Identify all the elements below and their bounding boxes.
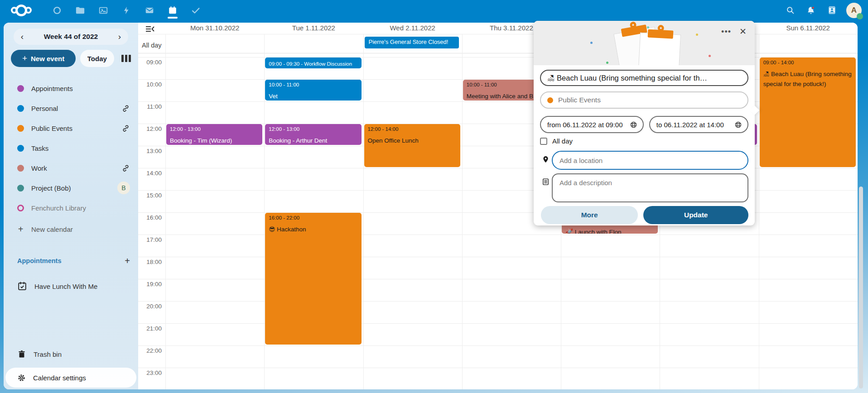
contacts-icon[interactable] — [823, 0, 841, 20]
sidebar-item-tasks[interactable]: Tasks — [4, 138, 138, 158]
app-files-icon[interactable] — [71, 0, 89, 20]
sidebar: ‹ Week 44 of 2022 › +New event Today App… — [4, 23, 138, 389]
appointment-label: Have Lunch With Me — [34, 283, 97, 290]
calendar-event[interactable]: 10:00 - 11:00Vet — [265, 80, 361, 101]
app-activity-icon[interactable] — [117, 0, 135, 20]
event-time: 12:00 - 13:00 — [170, 126, 259, 132]
grid-line — [759, 34, 759, 389]
app-dashboard-icon[interactable] — [48, 0, 66, 20]
section-title: Appointments — [17, 257, 61, 264]
image-icon — [98, 5, 108, 15]
event-title-input[interactable] — [540, 70, 748, 86]
next-week-button[interactable]: › — [111, 29, 128, 45]
confetti-dot — [606, 62, 608, 64]
time-label: 19:00 — [138, 281, 162, 288]
event-time: 12:00 - 14:00 — [368, 126, 457, 132]
sidebar-actions: +New event Today — [11, 50, 133, 67]
event-title: 😎 Hackathon — [269, 225, 357, 235]
vertical-scrollbar[interactable] — [859, 187, 863, 388]
update-button[interactable]: Update — [643, 206, 748, 224]
lightning-icon — [122, 5, 131, 15]
calendar-select-value: Public Events — [558, 96, 601, 104]
allday-event[interactable]: Pierre's General Store Closed! — [365, 37, 459, 48]
sidebar-item-appointments[interactable]: Appointments — [4, 78, 138, 98]
share-link-icon — [121, 124, 130, 133]
more-button[interactable]: More — [541, 206, 638, 224]
search-icon[interactable] — [781, 0, 799, 20]
new-calendar-button[interactable]: + New calendar — [4, 220, 138, 238]
calendar-settings-button[interactable]: Calendar settings — [5, 368, 136, 388]
event-title: Booking - Tim (Wizard) — [170, 136, 259, 145]
app-tasks-icon[interactable] — [187, 0, 205, 20]
app-photos-icon[interactable] — [94, 0, 112, 20]
time-label: 16:00 — [138, 214, 162, 221]
grid-line — [138, 301, 858, 302]
share-link-icon[interactable] — [121, 124, 130, 133]
check-icon — [191, 5, 201, 15]
share-link-icon[interactable] — [121, 104, 130, 113]
location-row — [540, 151, 748, 170]
time-label: 21:00 — [138, 325, 162, 332]
timezone-globe-icon[interactable] — [734, 121, 742, 129]
previous-week-button[interactable]: ‹ — [14, 29, 31, 45]
calendar-select[interactable]: Public Events — [540, 91, 748, 109]
today-button[interactable]: Today — [80, 50, 114, 67]
calendar-color-dot — [17, 145, 24, 152]
trash-bin-button[interactable]: Trash bin — [4, 345, 138, 363]
time-label: 14:00 — [138, 170, 162, 177]
calendar-event[interactable]: 09:00 - 14:00🏖 Beach Luau (Bring somethi… — [760, 58, 856, 167]
calendar-event[interactable]: 12:00 - 14:00Open Office Lunch — [364, 124, 460, 167]
circle-icon — [52, 5, 62, 15]
share-link-icon[interactable] — [121, 164, 130, 173]
sidebar-item-fenchurch-library[interactable]: Fenchurch Library — [4, 198, 138, 218]
calendar-name: Fenchurch Library — [31, 204, 86, 212]
add-appointment-button[interactable]: + — [125, 256, 130, 266]
timezone-globe-icon[interactable] — [630, 121, 637, 129]
sidebar-item-public-events[interactable]: Public Events — [4, 118, 138, 138]
confetti-dot — [647, 26, 649, 29]
nextcloud-logo-icon[interactable] — [5, 0, 37, 20]
view-toggle-icon[interactable] — [121, 53, 133, 63]
app-calendar-icon[interactable] — [164, 0, 182, 20]
calendar-name: Public Events — [31, 125, 72, 132]
close-icon[interactable]: ✕ — [739, 26, 747, 37]
calendar-color-dot — [547, 97, 553, 103]
app-mail-icon[interactable] — [140, 0, 159, 20]
time-label: 12:00 — [138, 125, 162, 132]
folder-icon — [75, 5, 85, 15]
event-time: 10:00 - 11:00 — [269, 82, 357, 87]
calendar-color-dot — [17, 85, 24, 92]
sidebar-item-work[interactable]: Work — [4, 158, 138, 178]
calendar-event[interactable]: 16:00 - 22:00😎 Hackathon — [265, 213, 361, 345]
allday-checkbox[interactable] — [540, 138, 547, 145]
appointment-item[interactable]: Have Lunch With Me — [4, 277, 138, 295]
share-link-icon — [121, 104, 130, 113]
sidebar-item-personal[interactable]: Personal — [4, 98, 138, 118]
plus-icon: + — [17, 224, 24, 235]
new-event-button[interactable]: +New event — [11, 50, 76, 67]
end-datetime-field[interactable]: to 06.11.2022 at 14:00 — [649, 116, 748, 133]
calendar-event[interactable]: 09:00 - 09:30 - Workflow Discussion — [265, 58, 361, 68]
clipboard-clip — [648, 29, 674, 39]
start-datetime-field[interactable]: from 06.11.2022 at 09:00 — [540, 116, 644, 133]
calendar-event[interactable]: 12:00 - 13:00Booking - Arthur Dent — [265, 124, 361, 145]
user-avatar[interactable]: A — [846, 3, 862, 18]
time-label: 17:00 — [138, 236, 162, 243]
collapse-weekends-icon[interactable] — [145, 25, 155, 33]
nextcloud-calendar-page: A ‹ Week 44 of 2022 › +New event Today A… — [0, 0, 868, 393]
event-edit-popup: ••• ✕ Public Events from 06.11.2022 at 0… — [534, 21, 755, 225]
grid-line — [264, 34, 265, 389]
more-options-kebab-icon[interactable]: ••• — [721, 27, 731, 37]
grid-line — [363, 34, 364, 389]
top-bar-right: A — [781, 0, 864, 20]
location-input[interactable] — [552, 151, 748, 170]
notifications-bell-icon[interactable] — [802, 0, 820, 20]
popup-buttons: More Update — [540, 206, 748, 224]
sidebar-item-project-bob[interactable]: Project (Bob)B — [4, 178, 138, 198]
calendar-event[interactable]: 12:00 - 13:00Booking - Tim (Wizard) — [166, 124, 262, 145]
calendar-name: Tasks — [31, 144, 48, 152]
calendar-color-dot — [17, 205, 24, 211]
event-title: Open Office Lunch — [368, 136, 457, 146]
allday-checkbox-row[interactable]: All day — [540, 137, 748, 145]
description-input[interactable] — [552, 173, 748, 202]
